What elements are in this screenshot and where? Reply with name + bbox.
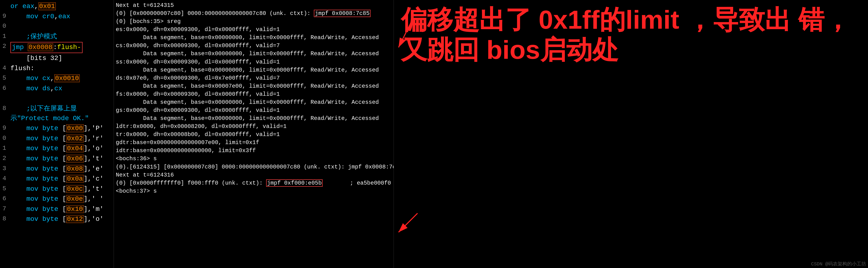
debug-line: ldtr:0x0000, dh=0x00008200, dl=0x0000fff… <box>116 123 392 131</box>
code-editor-panel: or eax,0x01 9 mov cr0,eax 0 1 ;保护模式 2 jm… <box>0 0 114 268</box>
code-line: 0 mov byte [0x02],'r' <box>0 134 114 144</box>
debug-line: (0).[6124315] [0x000000007c80] 0000:0000… <box>116 163 392 171</box>
line-number: 1 <box>0 144 8 153</box>
code-text: mov byte [0x02],'r' <box>8 134 114 144</box>
debug-line: ds:0x07e0, dh=0x00009300, dl=0x7e00ffff,… <box>116 74 392 82</box>
code-text: mov byte [0x0e],' ' <box>8 194 114 204</box>
code-line: 4 mov byte [0x0a],'c' <box>0 174 114 184</box>
debug-line: Data segment, base=0x00000000, limit=0x0… <box>116 98 392 106</box>
debug-line: fs:0x0000, dh=0x00009300, dl=0x0000ffff,… <box>116 90 392 98</box>
code-text: mov byte [0x08],'e' <box>8 164 114 174</box>
line-number: 4 <box>0 174 8 183</box>
code-text: mov byte [0x00],'P' <box>8 124 114 133</box>
line-number: 7 <box>0 204 8 213</box>
debug-line: Data segment, base=0x00000000, limit=0x0… <box>116 50 392 58</box>
line-number: 8 <box>0 214 8 224</box>
code-line: 6 mov ds,cx <box>0 83 114 94</box>
code-line: or eax,0x01 <box>0 1 114 11</box>
code-text: jmp 0x0008:flush- <box>8 42 114 53</box>
code-line: 8 ;以下在屏幕上显示"Protect mode OK." <box>0 104 114 124</box>
code-line: 3 mov byte [0x08],'e' <box>0 164 114 174</box>
arrow-line-2 <box>399 213 417 232</box>
code-text: mov byte [0x12],'o' <box>8 214 114 224</box>
code-line: 4 flush: <box>0 64 114 74</box>
debug-line: idtr:base=0x0000000000000000, limit=0x3f… <box>116 147 392 155</box>
code-line: 1 ;保护模式 <box>0 32 114 42</box>
line-number: 2 <box>0 154 8 163</box>
line-number: 6 <box>0 194 8 203</box>
code-text: [bits 32] <box>8 54 114 63</box>
line-number: 6 <box>0 84 8 93</box>
debug-line: <bochs:37> s <box>116 187 392 195</box>
code-text: mov byte [0x0a],'c' <box>8 174 114 184</box>
code-line: 2 mov byte [0x06],'t' <box>0 154 114 164</box>
line-number: 0 <box>0 22 8 31</box>
debug-line: Next at t=6124315 <box>116 1 392 9</box>
code-line: 9 mov byte [0x00],'P' <box>0 124 114 134</box>
debug-line: tr:0x0000, dh=0x00008b00, dl=0x0000ffff,… <box>116 131 392 139</box>
code-line: [bits 32] <box>0 53 114 64</box>
line-number: 4 <box>0 64 8 73</box>
code-line: 8 mov byte [0x12],'o' <box>0 214 114 225</box>
code-line: 1 mov byte [0x04],'o' <box>0 144 114 154</box>
debug-line: (0) [0x000000007c80] 0000:00000000000000… <box>116 9 392 18</box>
debug-line: Data segment, base=0x00000000, limit=0x0… <box>116 66 392 74</box>
debug-line: Data segment, base=0x00000000, limit=0x0… <box>116 114 392 123</box>
line-number: 1 <box>0 32 8 41</box>
debug-line: <bochs:36> s <box>116 155 392 163</box>
line-number: 2 <box>0 42 8 51</box>
code-line: 5 mov cx,0x0010 <box>0 73 114 83</box>
code-text: ;保护模式 <box>8 32 114 42</box>
code-text: mov cr0,eax <box>8 12 114 22</box>
line-number: 5 <box>0 185 8 193</box>
line-number: 3 <box>0 164 8 173</box>
bochs-debug-panel: Next at t=6124315 (0) [0x000000007c80] 0… <box>114 0 394 268</box>
code-line <box>0 94 114 104</box>
annotation-text: 偏移超出了 0x1ff的limit ，导致出 错，又跳回 bios启动处 <box>401 5 861 65</box>
debug-line: Data segment, base=0x00000000, limit=0x0… <box>116 34 392 42</box>
code-text: ;以下在屏幕上显示"Protect mode OK." <box>8 104 114 123</box>
debug-line: (0) [bochs:35> sreg <box>116 18 392 26</box>
code-line: 9 mov cr0,eax <box>0 11 114 22</box>
code-text: mov byte [0x10],'m' <box>8 204 114 214</box>
code-line: 7 mov byte [0x10],'m' <box>0 204 114 214</box>
debug-line: gs:0x0000, dh=0x00009300, dl=0x0000ffff,… <box>116 106 392 114</box>
line-number: 8 <box>0 104 8 113</box>
debug-line: Next at t=6124316 <box>116 171 392 179</box>
code-line: 6 mov byte [0x0e],' ' <box>0 194 114 204</box>
code-text: mov cx,0x0010 <box>8 74 114 83</box>
debug-line: ss:0x0000, dh=0x00009300, dl=0x0000ffff,… <box>116 58 392 66</box>
code-line: 0 <box>0 22 114 32</box>
watermark: CSDN @码农架构的小工坊 <box>811 261 866 267</box>
line-number: 0 <box>0 134 8 143</box>
code-text: or eax,0x01 <box>8 2 114 11</box>
code-text: mov byte [0x04],'o' <box>8 144 114 154</box>
debug-line: es:0x0000, dh=0x00009300, dl=0x0000ffff,… <box>116 26 392 34</box>
debug-line: Data segment, base=0x00007e00, limit=0x0… <box>116 82 392 90</box>
code-text: mov ds,cx <box>8 84 114 94</box>
line-number: 5 <box>0 74 8 83</box>
jmp-line: 2 jmp 0x0008:flush- <box>0 42 114 53</box>
line-number: 9 <box>0 12 8 21</box>
debug-line: gdtr:base=0x000000000000007e00, limit=0x… <box>116 139 392 147</box>
line-number: 9 <box>0 124 8 133</box>
code-text: mov byte [0x0c],'t' <box>8 185 114 194</box>
debug-line: cs:0x0000, dh=0x00009300, dl=0x0000ffff,… <box>116 42 392 50</box>
debug-line: (0) [0x0000fffffff0] f000:fff0 (unk. ctx… <box>116 179 392 187</box>
code-text: mov byte [0x06],'t' <box>8 154 114 164</box>
code-line: 5 mov byte [0x0c],'t' <box>0 184 114 194</box>
code-text: flush: <box>8 64 114 73</box>
annotation-panel: 偏移超出了 0x1ff的limit ，导致出 错，又跳回 bios启动处 CSD… <box>394 0 868 268</box>
